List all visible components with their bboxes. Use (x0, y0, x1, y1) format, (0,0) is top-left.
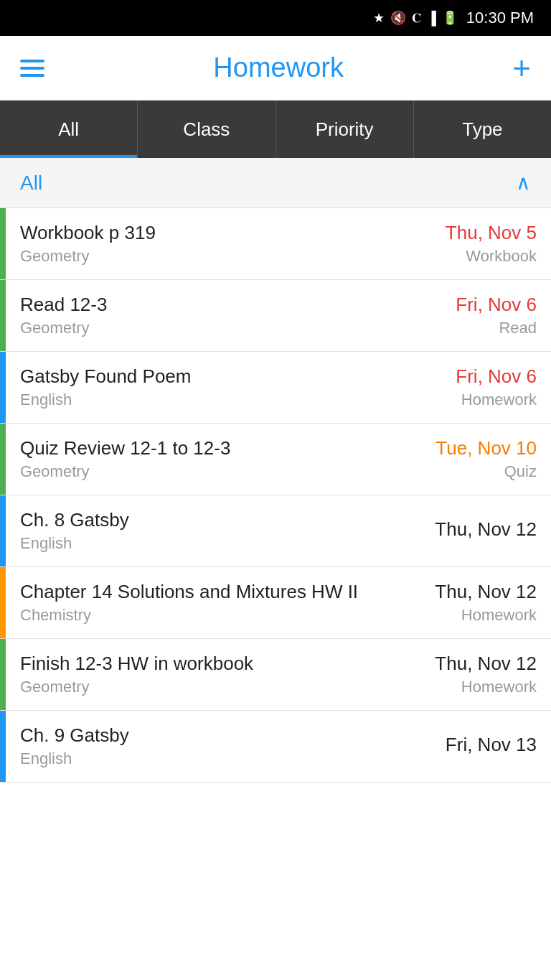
bluetooth-icon: ★ (373, 10, 385, 26)
item-content: Chapter 14 Solutions and Mixtures HW II … (6, 567, 408, 638)
item-type: Read (499, 319, 537, 337)
item-right: Thu, Nov 5 Workbook (408, 208, 551, 279)
item-accent (0, 352, 6, 423)
battery-icon: 🔋 (442, 10, 458, 26)
item-content: Gatsby Found Poem English (6, 352, 408, 423)
list-item[interactable]: Chapter 14 Solutions and Mixtures HW II … (0, 567, 551, 639)
tab-class[interactable]: Class (138, 101, 276, 158)
item-content: Finish 12-3 HW in workbook Geometry (6, 639, 408, 710)
item-date: Fri, Nov 6 (456, 365, 537, 388)
item-accent (0, 711, 6, 782)
tab-priority[interactable]: Priority (276, 101, 414, 158)
item-right: Fri, Nov 13 (408, 711, 551, 782)
item-subtitle: Geometry (20, 678, 393, 696)
tab-type-label: Type (462, 118, 502, 141)
item-date: Tue, Nov 10 (435, 437, 537, 459)
item-subtitle: English (20, 750, 393, 768)
list-item[interactable]: Gatsby Found Poem English Fri, Nov 6 Hom… (0, 352, 551, 424)
item-date: Thu, Nov 12 (435, 581, 537, 603)
item-title: Read 12-3 (20, 294, 393, 316)
item-accent (0, 567, 6, 638)
item-accent (0, 280, 6, 351)
item-date: Thu, Nov 12 (435, 518, 537, 541)
page-title: Homework (213, 52, 344, 83)
status-time: 10:30 PM (466, 9, 534, 27)
tab-all[interactable]: All (0, 101, 138, 158)
list-item[interactable]: Workbook p 319 Geometry Thu, Nov 5 Workb… (0, 208, 551, 280)
item-right: Fri, Nov 6 Read (408, 280, 551, 351)
homework-list: Workbook p 319 Geometry Thu, Nov 5 Workb… (0, 208, 551, 783)
mute-icon: 🔇 (390, 10, 406, 26)
item-type: Workbook (466, 247, 537, 266)
item-content: Workbook p 319 Geometry (6, 208, 408, 279)
item-title: Quiz Review 12-1 to 12-3 (20, 437, 393, 459)
section-label: All (20, 172, 42, 195)
tab-priority-label: Priority (316, 118, 374, 141)
item-subtitle: English (20, 391, 393, 409)
item-right: Thu, Nov 12 Homework (408, 639, 551, 710)
item-accent (0, 495, 6, 566)
status-bar: ★ 🔇 𝐂 ▐ 🔋 10:30 PM (0, 0, 551, 36)
list-item[interactable]: Ch. 9 Gatsby English Fri, Nov 13 (0, 711, 551, 783)
item-type: Homework (461, 606, 537, 625)
item-date: Thu, Nov 12 (435, 653, 537, 675)
tab-all-label: All (58, 118, 79, 141)
item-date: Fri, Nov 6 (456, 294, 537, 316)
signal-icon: ▐ (427, 11, 436, 26)
item-type: Homework (461, 678, 537, 696)
item-subtitle: Geometry (20, 462, 393, 481)
item-title: Gatsby Found Poem (20, 365, 393, 388)
item-accent (0, 208, 6, 279)
item-right: Tue, Nov 10 Quiz (408, 424, 551, 495)
list-item[interactable]: Read 12-3 Geometry Fri, Nov 6 Read (0, 280, 551, 352)
item-accent (0, 639, 6, 710)
item-subtitle: Geometry (20, 319, 393, 337)
item-right: Thu, Nov 12 (408, 495, 551, 566)
item-right: Thu, Nov 12 Homework (408, 567, 551, 638)
item-right: Fri, Nov 6 Homework (408, 352, 551, 423)
chevron-up-icon: ∧ (516, 171, 531, 195)
item-date: Thu, Nov 5 (446, 222, 537, 244)
tab-bar: All Class Priority Type (0, 101, 551, 158)
item-subtitle: English (20, 534, 393, 553)
item-content: Ch. 8 Gatsby English (6, 495, 408, 566)
wifi-icon: 𝐂 (412, 11, 421, 26)
list-item[interactable]: Ch. 8 Gatsby English Thu, Nov 12 (0, 495, 551, 567)
item-title: Finish 12-3 HW in workbook (20, 653, 393, 675)
tab-type[interactable]: Type (414, 101, 551, 158)
item-title: Ch. 9 Gatsby (20, 724, 393, 747)
item-accent (0, 424, 6, 495)
item-date: Fri, Nov 13 (446, 734, 537, 756)
item-title: Ch. 8 Gatsby (20, 509, 393, 531)
item-content: Read 12-3 Geometry (6, 280, 408, 351)
item-subtitle: Chemistry (20, 606, 393, 625)
hamburger-menu-button[interactable] (20, 60, 44, 77)
list-item[interactable]: Finish 12-3 HW in workbook Geometry Thu,… (0, 639, 551, 711)
item-title: Workbook p 319 (20, 222, 393, 244)
app-header: Homework + (0, 36, 551, 101)
item-content: Ch. 9 Gatsby English (6, 711, 408, 782)
section-header[interactable]: All ∧ (0, 158, 551, 208)
add-button[interactable]: + (512, 52, 531, 84)
item-title: Chapter 14 Solutions and Mixtures HW II (20, 581, 393, 603)
tab-class-label: Class (183, 118, 230, 141)
item-subtitle: Geometry (20, 247, 393, 266)
item-type: Quiz (504, 462, 537, 481)
status-icons: ★ 🔇 𝐂 ▐ 🔋 (373, 10, 458, 26)
item-content: Quiz Review 12-1 to 12-3 Geometry (6, 424, 408, 495)
list-item[interactable]: Quiz Review 12-1 to 12-3 Geometry Tue, N… (0, 424, 551, 495)
item-type: Homework (461, 391, 537, 409)
